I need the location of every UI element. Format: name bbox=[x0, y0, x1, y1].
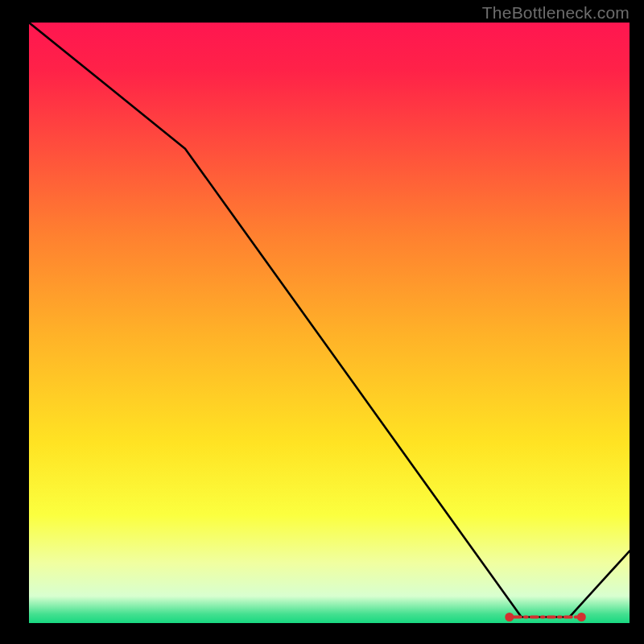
chart-line-overlay bbox=[29, 23, 630, 623]
chart-curve bbox=[29, 23, 630, 617]
svg-point-1 bbox=[506, 614, 512, 620]
chart-frame bbox=[29, 23, 630, 623]
svg-point-2 bbox=[579, 614, 584, 620]
watermark-text: TheBottleneck.com bbox=[482, 3, 630, 23]
